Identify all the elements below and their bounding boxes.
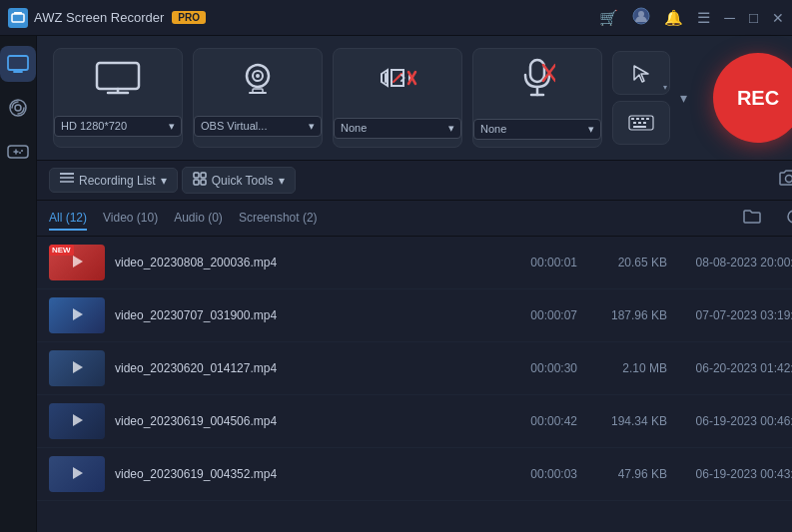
file-name: video_20230620_014127.mp4 <box>115 361 497 375</box>
file-row[interactable]: NEWvideo_20230808_200036.mp400:00:0120.6… <box>37 237 792 289</box>
mic-control-icon <box>519 57 555 107</box>
file-duration: 00:00:42 <box>507 414 577 428</box>
svg-rect-30 <box>638 122 641 124</box>
svg-rect-25 <box>631 118 634 120</box>
play-icon <box>70 360 84 377</box>
thumbnail-image <box>49 456 105 492</box>
open-folder-button[interactable] <box>739 207 765 231</box>
mic-source-dropdown[interactable]: None ▾ <box>473 119 601 140</box>
file-info: video_20230707_031900.mp4 <box>115 308 497 322</box>
file-size: 194.34 KB <box>587 414 667 428</box>
svg-point-11 <box>19 152 21 154</box>
file-date: 06-20-2023 01:42:02 <box>677 361 792 375</box>
file-row[interactable]: video_20230619_004506.mp400:00:42194.34 … <box>37 395 792 448</box>
close-icon[interactable]: ✕ <box>772 10 784 26</box>
file-date: 08-08-2023 20:00:38 <box>677 256 792 269</box>
file-thumbnail: NEW <box>49 245 105 280</box>
tab-all[interactable]: All (12) <box>49 207 87 231</box>
app-icon <box>8 8 28 28</box>
svg-point-10 <box>21 150 23 152</box>
file-row[interactable]: video_20230707_031900.mp400:00:07187.96 … <box>37 289 792 342</box>
file-duration: 00:00:07 <box>507 308 577 322</box>
svg-rect-12 <box>97 63 139 89</box>
tab-video[interactable]: Video (10) <box>103 207 158 231</box>
file-thumbnail <box>49 350 105 386</box>
avatar-icon[interactable] <box>632 7 650 28</box>
file-thumbnail <box>49 456 105 492</box>
rec-button[interactable]: REC <box>713 53 792 143</box>
menu-icon[interactable]: ☰ <box>697 9 710 27</box>
mic-control-card[interactable]: None ▾ <box>472 48 602 148</box>
svg-point-41 <box>786 176 793 183</box>
file-thumbnail <box>49 297 105 333</box>
audio-control-card[interactable]: None ▾ <box>333 48 462 148</box>
webcam-control-card[interactable]: OBS Virtual... ▾ <box>193 48 323 148</box>
file-name: video_20230619_004352.mp4 <box>115 467 497 481</box>
svg-point-15 <box>256 74 260 78</box>
refresh-button[interactable] <box>781 206 792 232</box>
audio-source-dropdown[interactable]: None ▾ <box>334 118 461 139</box>
quick-tools-dropdown-icon: ▾ <box>279 174 285 188</box>
svg-marker-44 <box>73 361 83 373</box>
svg-marker-46 <box>73 467 83 479</box>
file-name: video_20230619_004506.mp4 <box>115 414 497 428</box>
recording-list-button[interactable]: Recording List ▾ <box>49 168 178 193</box>
svg-rect-0 <box>12 14 24 22</box>
play-icon <box>70 413 84 430</box>
webcam-source-dropdown[interactable]: OBS Virtual... ▾ <box>194 116 322 137</box>
thumbnail-image <box>49 403 105 439</box>
screen-resolution-dropdown[interactable]: HD 1280*720 ▾ <box>54 116 182 137</box>
file-size: 187.96 KB <box>587 308 667 322</box>
thumbnail-image <box>49 350 105 386</box>
svg-marker-43 <box>73 308 83 320</box>
file-date: 07-07-2023 03:19:08 <box>677 308 792 322</box>
file-row[interactable]: video_20230620_014127.mp400:00:302.10 MB… <box>37 342 792 395</box>
cart-icon[interactable]: 🛒 <box>599 9 618 27</box>
audio-control-icon <box>376 58 419 106</box>
sidebar <box>0 36 37 532</box>
tab-audio[interactable]: Audio (0) <box>174 207 223 231</box>
svg-marker-42 <box>73 256 83 267</box>
file-size: 47.96 KB <box>587 467 667 481</box>
file-duration: 00:00:01 <box>507 256 577 269</box>
cursor-control[interactable]: ▾ <box>612 51 670 95</box>
recording-controls: HD 1280*720 ▾ OBS Virtual... <box>37 36 792 161</box>
recording-list-dropdown-icon: ▾ <box>161 174 167 188</box>
file-date: 06-19-2023 00:43:56 <box>677 467 792 481</box>
svg-rect-19 <box>530 60 544 82</box>
svg-rect-38 <box>201 173 206 178</box>
list-icon <box>60 173 74 188</box>
bell-icon[interactable]: 🔔 <box>664 9 683 27</box>
sidebar-item-audio[interactable] <box>0 90 36 126</box>
screenshot-button[interactable] <box>771 165 792 196</box>
arrow-down-control[interactable]: ▾ <box>680 90 687 106</box>
tab-screenshot[interactable]: Screenshot (2) <box>239 207 318 231</box>
new-badge: NEW <box>49 245 74 256</box>
play-icon <box>70 307 84 324</box>
svg-rect-37 <box>194 173 199 178</box>
sidebar-item-game[interactable] <box>0 134 36 170</box>
side-controls: ▾ <box>612 51 670 145</box>
title-bar: AWZ Screen Recorder PRO 🛒 🔔 ☰ ─ □ ✕ <box>0 0 792 36</box>
svg-rect-40 <box>201 180 206 185</box>
sidebar-item-screen[interactable] <box>0 46 36 82</box>
svg-rect-32 <box>633 126 646 128</box>
svg-point-6 <box>15 105 21 111</box>
minimize-icon[interactable]: ─ <box>724 9 735 26</box>
svg-rect-1 <box>14 12 22 14</box>
quick-tools-icon <box>193 172 207 189</box>
file-info: video_20230808_200036.mp4 <box>115 256 497 269</box>
file-size: 2.10 MB <box>587 361 667 375</box>
file-size: 20.65 KB <box>587 256 667 269</box>
svg-rect-4 <box>8 56 28 70</box>
content-area: HD 1280*720 ▾ OBS Virtual... <box>37 36 792 532</box>
keyboard-control[interactable] <box>612 101 670 145</box>
tabs-bar: All (12) Video (10) Audio (0) Screenshot… <box>37 201 792 237</box>
maximize-icon[interactable]: □ <box>749 9 758 26</box>
file-row[interactable]: video_20230619_004352.mp400:00:0347.96 K… <box>37 448 792 501</box>
quick-tools-button[interactable]: Quick Tools ▾ <box>182 167 296 194</box>
main-layout: HD 1280*720 ▾ OBS Virtual... <box>0 36 792 532</box>
screen-control-card[interactable]: HD 1280*720 ▾ <box>53 48 183 148</box>
file-duration: 00:00:30 <box>507 361 577 375</box>
file-thumbnail <box>49 403 105 439</box>
